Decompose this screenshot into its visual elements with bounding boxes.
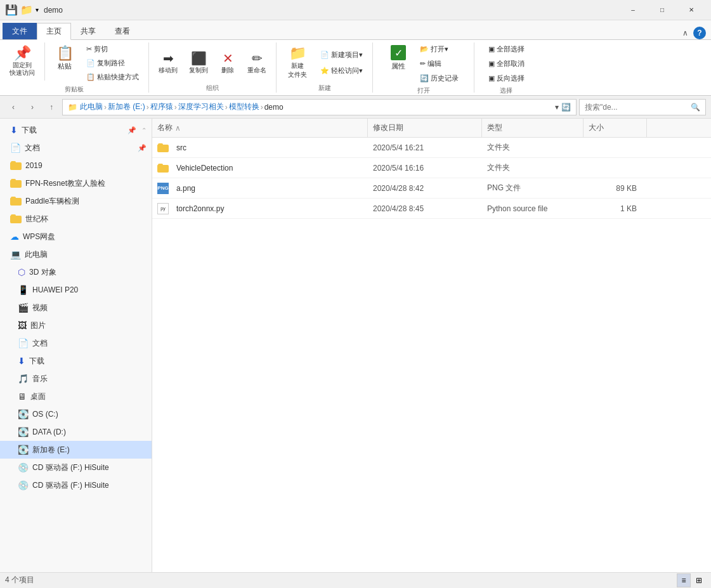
- title-bar-icons: 💾 📁 ▾: [5, 4, 39, 16]
- new-item-button[interactable]: 📄 新建项目▾: [316, 48, 367, 62]
- select-none-button[interactable]: ▣ 全部取消: [484, 57, 529, 70]
- move-to-button[interactable]: ➡ 移动到: [154, 48, 182, 77]
- col-header-name[interactable]: 名称 ∧: [152, 119, 368, 137]
- sidebar-item-docs[interactable]: 📄 文档: [0, 334, 152, 352]
- ribbon-group-clipboard: 📌 固定到 快速访问 📋 粘贴 ✂ 剪切 📄 复制路径: [0, 42, 149, 93]
- close-button[interactable]: ✕: [677, 0, 706, 20]
- help-icon[interactable]: ?: [693, 27, 706, 39]
- rename-button[interactable]: ✏ 重命名: [243, 48, 271, 77]
- expand-icon: ⌃: [141, 127, 147, 134]
- delete-button[interactable]: ✕ 删除: [215, 48, 240, 77]
- path-sep-3: ›: [174, 103, 177, 112]
- sidebar-item-e[interactable]: 💽 新加卷 (E:): [0, 441, 152, 459]
- sidebar-item-cd2[interactable]: 💿 CD 驱动器 (F:) HiSuite: [0, 476, 152, 494]
- easy-access-button[interactable]: ⭐ 轻松访问▾: [316, 64, 367, 77]
- titlebar-dropdown-icon[interactable]: ▾: [36, 6, 39, 13]
- copy-to-button[interactable]: ⬛ 复制到: [185, 48, 212, 77]
- dl-icon: ⬇: [18, 356, 25, 366]
- address-refresh[interactable]: 🔄: [561, 103, 571, 112]
- titlebar-folder-icon[interactable]: 📁: [20, 4, 33, 16]
- cut-button[interactable]: ✂ 剪切: [82, 42, 143, 56]
- ribbon-group-select: ▣ 全部选择 ▣ 全部取消 ▣ 反向选择 选择: [474, 42, 538, 93]
- path-segment-1[interactable]: 此电脑: [80, 101, 103, 112]
- sidebar-item-century[interactable]: 世纪杯: [0, 210, 152, 228]
- col-header-date[interactable]: 修改日期: [368, 119, 482, 137]
- copy-path-button[interactable]: 📄 复制路径: [82, 56, 143, 70]
- tab-home[interactable]: 主页: [37, 23, 71, 40]
- large-icons-view-button[interactable]: ⊞: [692, 573, 706, 587]
- easy-access-icon: ⭐: [320, 67, 329, 75]
- ribbon: 文件 主页 共享 查看 ∧ ? 📌 固定到 快速访问 📋 粘贴: [0, 20, 711, 96]
- tab-view[interactable]: 查看: [105, 23, 140, 39]
- minimize-button[interactable]: –: [618, 0, 648, 20]
- sidebar-item-c[interactable]: 💽 OS (C:): [0, 405, 152, 423]
- address-path[interactable]: 📁 此电脑 › 新加卷 (E:) › 程序猿 › 深度学习相关 › 模型转换 ›…: [62, 99, 577, 115]
- file-date-apng: 2020/4/28 8:42: [368, 178, 482, 198]
- paste-button[interactable]: 📋 粘贴: [50, 42, 79, 84]
- col-header-size[interactable]: 大小: [584, 119, 647, 137]
- table-row[interactable]: py torch2onnx.py 2020/4/28 8:45 Python s…: [152, 199, 711, 219]
- sidebar-item-paddle[interactable]: Paddle车辆检测: [0, 192, 152, 210]
- path-segment-3[interactable]: 程序猿: [150, 101, 173, 112]
- search-input[interactable]: [585, 103, 688, 112]
- select-all-button[interactable]: ▣ 全部选择: [484, 42, 529, 56]
- file-size-apng: 89 KB: [584, 178, 647, 198]
- titlebar-save-icon[interactable]: 💾: [5, 4, 18, 16]
- table-row[interactable]: VehicleDetection 2020/5/4 16:16 文件夹: [152, 158, 711, 178]
- address-dropdown[interactable]: ▾: [555, 103, 559, 112]
- sidebar-item-3d[interactable]: ⬡ 3D 对象: [0, 263, 152, 281]
- sidebar-item-huawei[interactable]: 📱 HUAWEI P20: [0, 281, 152, 299]
- path-segment-6[interactable]: demo: [264, 103, 284, 112]
- new-folder-button[interactable]: 📁 新建 文件夹: [282, 42, 313, 82]
- view-controls: ≡ ⊞: [677, 573, 706, 587]
- ribbon-collapse-icon[interactable]: ∧: [682, 29, 688, 37]
- up-button[interactable]: ↑: [43, 99, 60, 115]
- open-button[interactable]: 📂 打开▾: [415, 42, 463, 56]
- search-icon[interactable]: 🔍: [691, 103, 700, 112]
- path-segment-2[interactable]: 新加卷 (E:): [108, 101, 145, 112]
- search-box[interactable]: 🔍: [579, 99, 706, 115]
- sidebar-item-music[interactable]: 🎵 音乐: [0, 370, 152, 388]
- sidebar-item-fpn[interactable]: FPN-Resnet教室人脸检: [0, 174, 152, 192]
- forward-button[interactable]: ›: [24, 99, 41, 115]
- history-button[interactable]: 🔄 历史记录: [415, 72, 463, 85]
- tab-share[interactable]: 共享: [71, 23, 105, 39]
- sidebar-item-cd1[interactable]: 💿 CD 驱动器 (F:) HiSuite: [0, 459, 152, 476]
- open-label: 打开: [417, 85, 430, 95]
- d-drive-icon: 💽: [18, 427, 29, 437]
- tab-file[interactable]: 文件: [3, 23, 37, 39]
- path-segment-4[interactable]: 深度学习相关: [178, 101, 224, 112]
- cloud-icon: ☁: [10, 232, 19, 242]
- file-name-torch: py torch2onnx.py: [152, 199, 368, 218]
- paste-shortcut-button[interactable]: 📋 粘贴快捷方式: [82, 70, 143, 84]
- cd2-icon: 💿: [18, 480, 29, 490]
- path-segment-5[interactable]: 模型转换: [229, 101, 259, 112]
- table-row[interactable]: PNG a.png 2020/4/28 8:42 PNG 文件 89 KB: [152, 178, 711, 199]
- invert-select-button[interactable]: ▣ 反向选择: [484, 72, 529, 85]
- sidebar-item-video[interactable]: 🎬 视频: [0, 299, 152, 317]
- details-view-button[interactable]: ≡: [677, 573, 691, 587]
- col-header-type[interactable]: 类型: [482, 119, 584, 137]
- sidebar-item-thispc[interactable]: 💻 此电脑: [0, 245, 152, 263]
- sidebar-item-documents[interactable]: 📄 文档 📌: [0, 139, 152, 157]
- maximize-button[interactable]: □: [648, 0, 677, 20]
- pin-to-quickaccess-button[interactable]: 📌 固定到 快速访问: [5, 42, 39, 84]
- file-list: 名称 ∧ 修改日期 类型 大小 src 2020/5/4 16:21 文件夹: [152, 119, 711, 572]
- sidebar-item-d[interactable]: 💽 DATA (D:): [0, 423, 152, 441]
- properties-button[interactable]: ✓ 属性: [384, 42, 413, 85]
- sidebar-item-desktop[interactable]: 🖥 桌面: [0, 388, 152, 405]
- edit-button[interactable]: ✏ 编辑: [415, 57, 463, 70]
- sidebar-item-dl[interactable]: ⬇ 下载: [0, 352, 152, 370]
- sidebar-item-wps[interactable]: ☁ WPS网盘: [0, 228, 152, 245]
- back-button[interactable]: ‹: [5, 99, 22, 115]
- docs-icon: 📄: [18, 338, 29, 348]
- e-drive-icon: 💽: [18, 445, 29, 455]
- sidebar-item-downloads[interactable]: ⬇ 下载 📌 ⌃: [0, 121, 152, 139]
- sidebar-item-pictures[interactable]: 🖼 图片: [0, 317, 152, 334]
- table-row[interactable]: src 2020/5/4 16:21 文件夹: [152, 138, 711, 158]
- ribbon-group-organize: ➡ 移动到 ⬛ 复制到 ✕ 删除 ✏ 重命名 组织: [149, 42, 277, 93]
- folder-icon-2019: [10, 161, 22, 170]
- sidebar-item-2019[interactable]: 2019: [0, 157, 152, 174]
- new-label: 新建: [318, 82, 331, 93]
- select-none-icon: ▣: [488, 60, 495, 68]
